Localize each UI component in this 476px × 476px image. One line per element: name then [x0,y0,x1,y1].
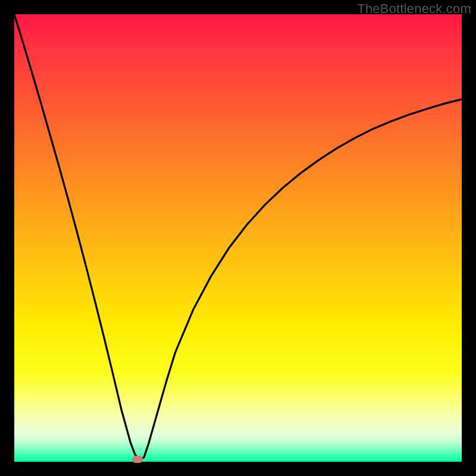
bottleneck-chart [14,14,462,462]
curve-svg [14,14,462,462]
watermark-text: TheBottleneck.com [357,1,471,17]
optimal-point-marker [132,456,143,463]
bottleneck-curve [14,14,462,460]
